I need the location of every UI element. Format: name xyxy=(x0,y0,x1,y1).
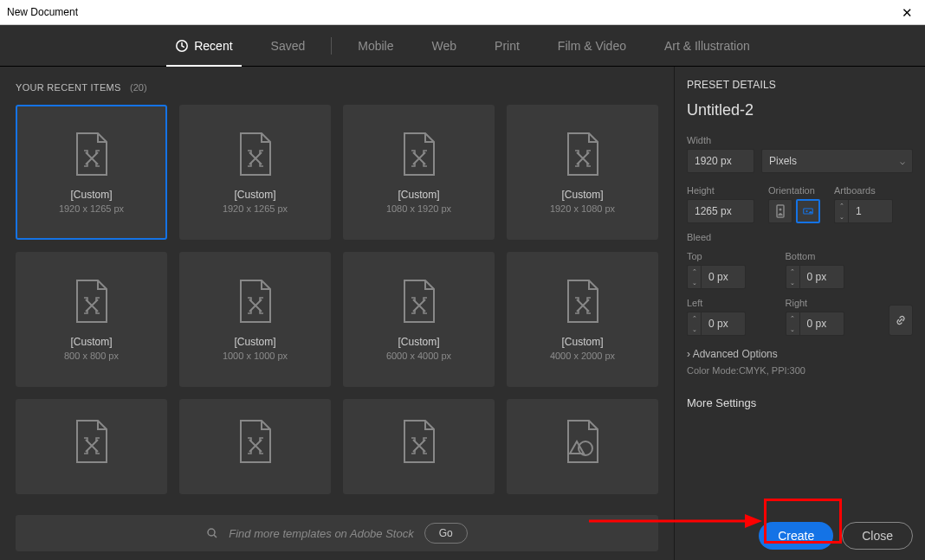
recent-count: (20) xyxy=(130,82,147,93)
bleed-right-label: Right xyxy=(786,298,874,308)
close-icon[interactable]: ✕ xyxy=(896,6,918,19)
units-select[interactable]: Pixels ⌵ xyxy=(761,149,913,173)
search-placeholder: Find more templates on Adobe Stock xyxy=(229,527,413,540)
more-settings-button[interactable]: More Settings xyxy=(687,396,913,409)
document-icon xyxy=(237,279,274,324)
preset-tile[interactable] xyxy=(179,399,331,494)
presets-panel: YOUR RECENT ITEMS (20) [Custom]1920 x 12… xyxy=(0,67,674,560)
tab-web[interactable]: Web xyxy=(413,25,476,67)
artboards-label: Artboards xyxy=(834,185,913,196)
tab-mobile[interactable]: Mobile xyxy=(339,25,412,67)
document-icon xyxy=(401,279,437,324)
preset-dimensions: 1920 x 1080 px xyxy=(550,203,615,214)
document-icon xyxy=(74,279,110,324)
bleed-left-label: Left xyxy=(687,298,775,308)
document-icon xyxy=(237,419,274,464)
bleed-right-stepper[interactable]: ⌃⌄0 px xyxy=(786,312,874,336)
link-bleed-button[interactable] xyxy=(889,305,913,336)
artboards-stepper[interactable]: ⌃⌄ 1 xyxy=(834,199,913,223)
preset-details-panel: PRESET DETAILS Untitled-2 Width 1920 px … xyxy=(674,67,925,560)
stepper-down-icon[interactable]: ⌄ xyxy=(835,211,848,222)
svg-point-2 xyxy=(208,529,215,536)
preset-tile[interactable]: [Custom]1080 x 1920 px xyxy=(343,105,495,240)
preset-name: [Custom] xyxy=(398,189,439,201)
orientation-label: Orientation xyxy=(768,185,820,196)
preset-tile[interactable]: [Custom]1000 x 1000 px xyxy=(179,252,331,387)
tab-recent[interactable]: Recent xyxy=(156,25,251,67)
document-icon xyxy=(74,132,110,177)
tab-label: Recent xyxy=(194,39,232,53)
preset-tile[interactable]: [Custom]1920 x 1080 px xyxy=(507,105,658,240)
preset-dimensions: 1920 x 1265 px xyxy=(223,203,288,214)
svg-point-5 xyxy=(779,209,782,211)
orientation-landscape-button[interactable] xyxy=(796,199,820,223)
preset-name: [Custom] xyxy=(234,189,275,201)
preset-tile[interactable]: [Custom]4000 x 2000 px xyxy=(507,252,658,387)
stepper-up-icon[interactable]: ⌃ xyxy=(835,200,848,211)
document-icon xyxy=(401,132,437,177)
svg-line-3 xyxy=(214,535,217,537)
preset-name: [Custom] xyxy=(234,336,275,348)
tab-label: Mobile xyxy=(358,39,393,53)
preset-tile[interactable] xyxy=(16,399,167,494)
width-input[interactable]: 1920 px xyxy=(687,149,754,173)
tab-label: Print xyxy=(495,39,520,53)
document-icon xyxy=(565,279,601,324)
bleed-top-label: Top xyxy=(687,251,775,261)
preset-tile[interactable]: [Custom]800 x 800 px xyxy=(16,252,167,387)
artboards-value[interactable]: 1 xyxy=(848,199,893,223)
preset-dimensions: 1080 x 1920 px xyxy=(386,203,451,214)
bleed-bottom-stepper[interactable]: ⌃⌄0 px xyxy=(786,265,874,289)
preset-dimensions: 1920 x 1265 px xyxy=(59,203,124,214)
bleed-left-stepper[interactable]: ⌃⌄0 px xyxy=(687,312,775,336)
bleed-bottom-label: Bottom xyxy=(786,251,874,261)
document-icon xyxy=(74,419,110,464)
preset-tile[interactable]: [Custom]1920 x 1265 px xyxy=(179,105,331,240)
clock-icon xyxy=(175,39,189,53)
advanced-options-toggle[interactable]: Advanced Options xyxy=(687,348,913,360)
document-icon xyxy=(401,419,437,464)
document-icon xyxy=(565,419,601,464)
units-value: Pixels xyxy=(769,155,797,167)
tab-separator xyxy=(331,37,332,55)
search-icon xyxy=(206,527,218,539)
preset-name: [Custom] xyxy=(561,336,603,348)
width-label: Width xyxy=(687,135,913,145)
tab-print[interactable]: Print xyxy=(475,25,539,67)
height-label: Height xyxy=(687,185,754,196)
window-title: New Document xyxy=(7,6,78,18)
document-name-field[interactable]: Untitled-2 xyxy=(687,100,913,121)
bleed-top-stepper[interactable]: ⌃⌄0 px xyxy=(687,265,775,289)
tab-label: Film & Video xyxy=(558,39,626,53)
tab-label: Web xyxy=(432,39,457,53)
bleed-label: Bleed xyxy=(687,232,913,242)
recent-heading: YOUR RECENT ITEMS xyxy=(16,82,121,93)
color-mode-text: Color Mode:CMYK, PPI:300 xyxy=(687,365,913,376)
preset-dimensions: 1000 x 1000 px xyxy=(223,351,288,361)
create-button[interactable]: Create xyxy=(759,522,833,550)
preset-tile[interactable] xyxy=(343,399,495,494)
document-icon xyxy=(237,132,274,177)
recent-heading-row: YOUR RECENT ITEMS (20) xyxy=(16,79,658,94)
tab-art-illustration[interactable]: Art & Illustration xyxy=(645,25,769,67)
go-button[interactable]: Go xyxy=(424,523,468,544)
preset-dimensions: 6000 x 4000 px xyxy=(386,351,451,361)
preset-tile[interactable] xyxy=(507,399,658,494)
preset-name: [Custom] xyxy=(70,336,112,348)
title-bar: New Document ✕ xyxy=(0,0,925,25)
close-button[interactable]: Close xyxy=(842,522,913,550)
tab-saved[interactable]: Saved xyxy=(252,25,325,67)
preset-name: [Custom] xyxy=(561,189,603,201)
tab-film-video[interactable]: Film & Video xyxy=(539,25,645,67)
preset-dimensions: 800 x 800 px xyxy=(64,351,119,361)
preset-name: [Custom] xyxy=(70,189,112,201)
preset-tile[interactable]: [Custom]6000 x 4000 px xyxy=(343,252,495,387)
template-search-bar[interactable]: Find more templates on Adobe Stock Go xyxy=(16,515,658,551)
preset-details-heading: PRESET DETAILS xyxy=(687,79,913,91)
preset-dimensions: 4000 x 2000 px xyxy=(550,351,615,361)
tab-label: Art & Illustration xyxy=(664,39,750,53)
height-input[interactable]: 1265 px xyxy=(687,199,754,223)
orientation-portrait-button[interactable] xyxy=(768,199,792,223)
document-icon xyxy=(565,132,601,177)
preset-tile[interactable]: [Custom]1920 x 1265 px xyxy=(16,105,167,240)
